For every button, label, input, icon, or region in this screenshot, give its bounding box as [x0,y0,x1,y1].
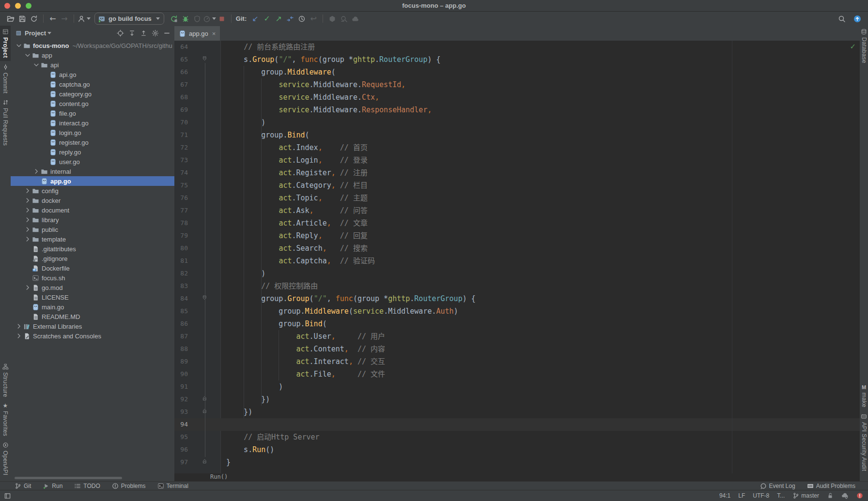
tree-item-main-go[interactable]: main.go [11,302,174,312]
toolwindow-button-commit[interactable]: Commit [0,61,11,96]
tree-item-user-go[interactable]: user.go [11,157,174,167]
code-line-93[interactable]: 93 }) [174,406,860,418]
chevron-right-icon[interactable] [15,333,23,339]
tree-item-interact-go[interactable]: interact.go [11,118,174,128]
code-line-94[interactable]: 94 [174,418,860,431]
tab-app-go[interactable]: app.go × [174,26,220,41]
close-tab-icon[interactable]: × [212,30,216,37]
sync-icon[interactable] [28,13,40,25]
toolbar-item-event-log[interactable]: Event Log [760,483,795,489]
code-line-71[interactable]: 71 group.Bind( [174,129,860,141]
tree-item-readme-md[interactable]: README.MD [11,312,174,321]
chevron-right-icon[interactable] [23,197,31,204]
status-lf[interactable]: LF [738,492,745,499]
status-unlock-icon[interactable] [827,492,834,499]
back-arrow-icon[interactable]: ← [47,13,59,25]
code-line-78[interactable]: 78 act.Article, // 文章 [174,217,860,229]
tree-item-app-go[interactable]: app.go [11,176,174,186]
tree-item--gitattributes[interactable]: .gitattributes [11,244,174,254]
tree-item-docker[interactable]: docker [11,196,174,205]
toolbar-item-terminal[interactable]: Terminal [157,483,188,489]
tree-item-license[interactable]: LICENSE [11,292,174,302]
toolwindow-button-pull-requests[interactable]: Pull Requests [0,96,11,149]
toolbar-item-audit-problems[interactable]: Audit Problems [807,483,855,489]
tree-item-public[interactable]: public [11,225,174,234]
chevron-down-icon[interactable] [47,32,51,34]
tree-item-reply-go[interactable]: reply.go [11,147,174,157]
fold-start-icon[interactable] [202,56,208,63]
git-merge-icon[interactable] [284,13,296,25]
history-icon[interactable] [296,13,308,25]
run-configuration-select[interactable]: go build focus [94,13,164,25]
code-line-96[interactable]: 96 s.Run() [174,443,860,456]
open-folder-icon[interactable] [5,13,16,25]
code-line-66[interactable]: 66 group.Middleware( [174,66,860,78]
tree-item-register-go[interactable]: register.go [11,137,174,147]
toolwindow-button-favorites[interactable]: ★Favorites [0,400,11,439]
git-commit-icon[interactable]: ✓ [261,13,273,25]
code-line-65[interactable]: 65 s.Group("/", func(group *ghttp.Router… [174,53,860,66]
rerun-icon[interactable] [168,13,180,25]
toolwindow-button-openapi[interactable]: OpenAPI [0,439,11,478]
tree-item-focus-sh[interactable]: focus.sh [11,273,174,283]
tree-item-external-libraries[interactable]: External Libraries [11,321,174,331]
chevron-down-icon[interactable] [32,61,40,68]
toolwindow-button-make[interactable]: Mmake [860,381,868,410]
forward-arrow-icon[interactable]: → [59,13,70,25]
code-line-92[interactable]: 92 }) [174,393,860,406]
search-history-icon[interactable] [338,13,350,25]
tree-item-document[interactable]: document [11,205,174,215]
chevron-right-icon[interactable] [23,187,31,194]
chevron-right-icon[interactable] [23,216,31,223]
status-94-1[interactable]: 94:1 [719,492,730,499]
code-line-73[interactable]: 73 act.Login, // 登录 [174,154,860,167]
tree-item-content-go[interactable]: content.go [11,99,174,108]
code-line-76[interactable]: 76 act.Topic, // 主题 [174,192,860,204]
status-error-badge-icon[interactable] [856,492,863,499]
debug-icon[interactable] [180,13,191,25]
chevron-right-icon[interactable] [23,207,31,213]
inspections-ok-icon[interactable]: ✓ [850,43,856,50]
fold-end-icon[interactable] [202,459,208,466]
code-line-95[interactable]: 95 // 启动Http Server [174,431,860,443]
status-utf-8[interactable]: UTF-8 [753,492,769,499]
chevron-right-icon[interactable] [23,236,31,243]
chevron-down-icon[interactable] [15,42,23,49]
horizontal-scrollbar[interactable] [15,477,122,479]
tree-item-login-go[interactable]: login.go [11,128,174,137]
toolbar-item-run[interactable]: Run [43,483,62,489]
code-line-64[interactable]: 64 // 前台系统路由注册 [174,41,860,53]
chevron-right-icon[interactable] [23,226,31,233]
toolwindow-button-structure[interactable]: Structure [0,361,11,400]
toolbar-item-git[interactable]: Git [15,483,31,489]
tree-item-template[interactable]: template [11,234,174,244]
toolwindow-button-database[interactable]: Database [860,26,868,66]
breadcrumb[interactable]: Run() [210,473,228,480]
fold-end-icon[interactable] [202,396,208,403]
code-line-80[interactable]: 80 act.Search, // 搜索 [174,242,860,255]
code-line-87[interactable]: 87 act.User, // 用户 [174,330,860,343]
toolwindow-toggle-icon[interactable] [4,492,11,500]
project-panel-title[interactable]: Project [25,30,46,37]
code-line-97[interactable]: 97} [174,456,860,469]
code-line-90[interactable]: 90 act.File, // 文件 [174,368,860,380]
fold-start-icon[interactable] [202,295,208,302]
tree-item-scratches-and-consoles[interactable]: Scratches and Consoles [11,331,174,341]
status-sync-settings-icon[interactable] [841,492,849,500]
update-available-icon[interactable] [852,13,863,25]
profiler-icon[interactable] [203,13,216,25]
chevron-right-icon[interactable] [15,323,23,330]
tree-item-file-go[interactable]: file.go [11,108,174,118]
code-line-82[interactable]: 82 ) [174,267,860,280]
tree-item-focus-mono[interactable]: focus-mono~/Workspace/Go/GOPATH/src/gith… [11,41,174,50]
tree-item-config[interactable]: config [11,186,174,196]
locate-icon[interactable] [117,30,124,37]
search-icon[interactable] [836,13,848,25]
git-push-icon[interactable]: ↗ [273,13,284,25]
code-line-79[interactable]: 79 act.Reply, // 回复 [174,229,860,242]
code-line-83[interactable]: 83 // 权限控制路由 [174,280,860,292]
tree-item-dockerfile[interactable]: Dockerfile [11,263,174,273]
chevron-down-icon[interactable] [23,52,31,59]
tree-item-library[interactable]: library [11,215,174,225]
tree-item-api[interactable]: api [11,60,174,70]
